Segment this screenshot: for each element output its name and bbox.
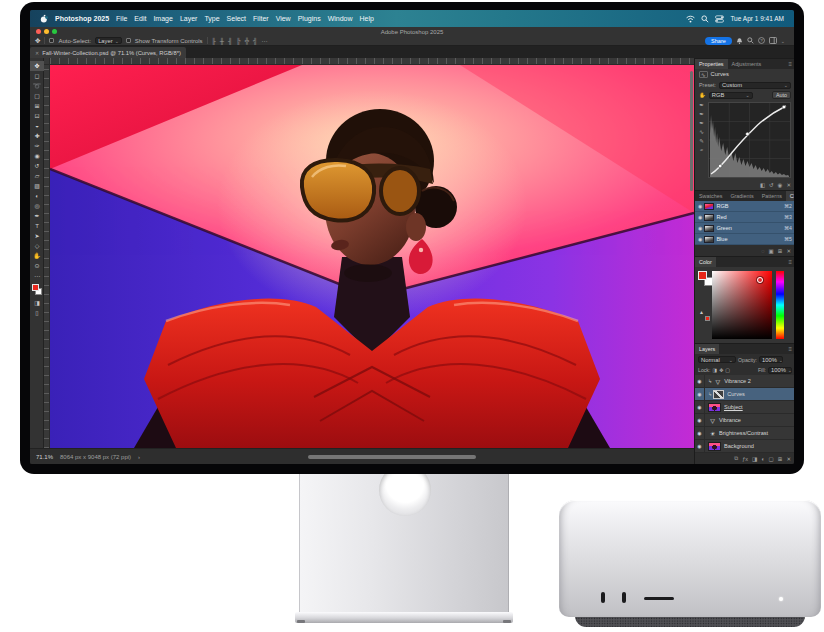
healing-brush-tool[interactable]: ✚ — [30, 131, 44, 141]
search-icon[interactable] — [747, 37, 754, 44]
targeted-adjustment-icon[interactable]: ✋ — [699, 92, 706, 98]
blend-mode-dropdown[interactable]: Normal ⌄ — [698, 356, 736, 363]
menu-item-type[interactable]: Type — [204, 15, 219, 22]
tab-gradients[interactable]: Gradients — [726, 191, 757, 201]
control-center-icon[interactable] — [715, 15, 724, 23]
workspace-switcher-icon[interactable] — [769, 37, 777, 44]
crop-tool[interactable]: ⊞ — [30, 101, 44, 111]
delete-channel-icon[interactable]: ✕ — [786, 248, 791, 254]
hand-tool[interactable]: ✋ — [30, 251, 44, 261]
save-selection-icon[interactable]: ▣ — [769, 248, 774, 254]
menu-item-edit[interactable]: Edit — [134, 15, 146, 22]
menu-item-layer[interactable]: Layer — [180, 15, 198, 22]
auto-select-target-dropdown[interactable]: Layer⌄ — [95, 37, 122, 44]
eye-icon[interactable]: ◉ — [697, 378, 701, 384]
link-layers-icon[interactable]: ⧉ — [734, 455, 738, 462]
marquee-tool[interactable]: ◻ — [30, 71, 44, 81]
layer-row-subject[interactable]: ◉ Subject — [695, 401, 794, 414]
curve-edit-icon[interactable]: ∿ — [699, 129, 704, 135]
delete-adjustment-icon[interactable]: ✕ — [786, 182, 791, 188]
move-tool[interactable]: ✥ — [30, 61, 44, 71]
menu-item-filter[interactable]: Filter — [253, 15, 269, 22]
share-button[interactable]: Share — [705, 37, 732, 45]
eyedropper-tool[interactable]: ◒ — [30, 121, 44, 131]
tab-adjustments[interactable]: Adjustments — [728, 59, 766, 69]
layer-row-background[interactable]: ◉ Background — [695, 440, 794, 453]
layer-row-curves[interactable]: ◉ ↳ Curves — [695, 388, 794, 401]
help-icon[interactable]: ? — [758, 37, 765, 44]
tab-patterns[interactable]: Patterns — [758, 191, 786, 201]
tab-layers[interactable]: Layers — [695, 344, 719, 354]
new-channel-icon[interactable]: ⊞ — [778, 248, 783, 254]
fill-dropdown[interactable]: 100% ⌄ — [768, 367, 792, 374]
distribute-left-icon[interactable]: ╠ — [236, 38, 240, 44]
layer-row-brightness-contrast[interactable]: ◉ ☀ Brightness/Contrast — [695, 427, 794, 440]
layer-row-vibrance[interactable]: ◉ ▽ Vibrance — [695, 414, 794, 427]
edit-toolbar-icon[interactable]: ⋯ — [30, 271, 44, 281]
channel-row-red[interactable]: ◉ Red ⌘3 — [695, 212, 794, 223]
menu-item-help[interactable]: Help — [360, 15, 374, 22]
zoom-level-field[interactable]: 71.1% — [36, 454, 53, 460]
saturation-brightness-field[interactable] — [712, 271, 772, 339]
document-canvas[interactable] — [50, 65, 694, 448]
channel-row-blue[interactable]: ◉ Blue ⌘5 — [695, 234, 794, 245]
vertical-scrollbar[interactable] — [690, 71, 693, 191]
show-transform-checkbox[interactable] — [126, 38, 131, 43]
add-mask-icon[interactable]: ◨ — [752, 456, 757, 462]
pen-tool[interactable]: ✒ — [30, 211, 44, 221]
object-selection-tool[interactable]: ▢ — [30, 91, 44, 101]
channel-row-rgb[interactable]: ◉ RGB ⌘2 — [695, 201, 794, 212]
color-swatches[interactable] — [30, 283, 44, 298]
notifications-bell-icon[interactable] — [736, 37, 743, 45]
lasso-tool[interactable]: ➰ — [30, 81, 44, 91]
gradient-tool[interactable]: ▨ — [30, 181, 44, 191]
channel-dropdown[interactable]: RGB ⌄ — [709, 92, 753, 99]
smooth-icon[interactable]: ≈ — [700, 147, 703, 153]
blur-tool[interactable]: ◐ — [30, 191, 44, 201]
opacity-dropdown[interactable]: 100% ⌄ — [759, 356, 783, 363]
panel-menu-icon[interactable]: ≡ — [788, 344, 794, 354]
more-align-options-icon[interactable]: ⋯ — [261, 37, 267, 44]
curves-grid[interactable] — [708, 102, 791, 178]
spotlight-search-icon[interactable] — [701, 15, 709, 23]
menu-item-photoshop[interactable]: Photoshop 2025 — [55, 15, 109, 22]
clip-to-layer-icon[interactable]: ◧ — [760, 182, 765, 188]
tab-properties[interactable]: Properties — [695, 59, 728, 69]
preset-dropdown[interactable]: Custom ⌄ — [719, 82, 791, 89]
new-layer-icon[interactable]: ⊞ — [778, 456, 783, 462]
quick-mask-icon[interactable]: ◨ — [30, 298, 44, 308]
load-selection-icon[interactable]: ◌ — [761, 248, 764, 254]
auto-select-checkbox[interactable] — [49, 38, 54, 43]
lock-position-icon[interactable]: ✥ — [719, 367, 723, 373]
eye-icon[interactable]: ◉ — [698, 225, 702, 231]
align-right-icon[interactable]: ╢ — [228, 38, 232, 44]
menu-item-plugins[interactable]: Plugins — [298, 15, 321, 22]
eye-icon[interactable]: ◉ — [698, 214, 702, 220]
menu-item-view[interactable]: View — [276, 15, 291, 22]
tab-channels[interactable]: Channels — [786, 191, 794, 201]
screen-mode-icon[interactable]: ▯ — [30, 308, 44, 318]
tab-color[interactable]: Color — [695, 257, 716, 267]
lock-transparency-icon[interactable]: ◨ — [712, 367, 717, 373]
menu-item-image[interactable]: Image — [153, 15, 172, 22]
eyedropper-black-icon[interactable]: ✒ — [699, 102, 704, 108]
eyedropper-white-icon[interactable]: ✒ — [699, 120, 704, 126]
shape-tool[interactable]: ◇ — [30, 241, 44, 251]
status-chevron-icon[interactable]: › — [138, 454, 140, 460]
panel-menu-icon[interactable]: ≡ — [788, 257, 794, 267]
apple-menu-icon[interactable] — [40, 14, 48, 23]
eye-icon[interactable]: ◉ — [698, 203, 702, 209]
align-center-h-icon[interactable]: ╫ — [220, 38, 224, 44]
zoom-tool[interactable]: ⊙ — [30, 261, 44, 271]
distribute-center-icon[interactable]: ╬ — [245, 38, 249, 44]
tab-swatches[interactable]: Swatches — [695, 191, 726, 201]
layer-effects-icon[interactable]: ƒx — [742, 456, 748, 462]
close-tab-icon[interactable]: ✕ — [35, 50, 39, 56]
eraser-tool[interactable]: ▱ — [30, 171, 44, 181]
panel-menu-icon[interactable]: ≡ — [788, 59, 794, 69]
clone-stamp-tool[interactable]: ◉ — [30, 151, 44, 161]
document-tab[interactable]: ✕ Fall-Winter-Collection.psd @ 71.1% (Cu… — [30, 47, 186, 58]
horizontal-scrollbar[interactable] — [308, 455, 476, 459]
eye-icon[interactable]: ◉ — [697, 417, 701, 423]
dodge-tool[interactable]: ◎ — [30, 201, 44, 211]
